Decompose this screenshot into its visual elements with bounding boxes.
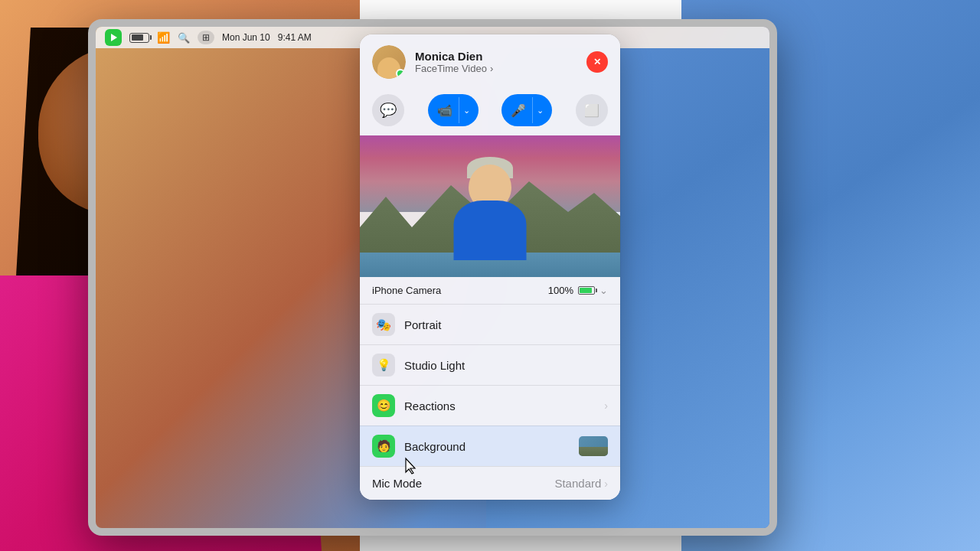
- camera-info-row: iPhone Camera 100% ⌄: [360, 277, 620, 304]
- portrait-label: Portrait: [404, 318, 608, 331]
- control-center-icon[interactable]: ⊞: [198, 31, 214, 44]
- mic-chevron-icon: ⌄: [537, 106, 544, 116]
- call-panel: Monica Dien FaceTime Video › 💬 📹 ⌄: [360, 34, 620, 500]
- facetime-menu-icon: [105, 29, 122, 46]
- call-type-chevron: ›: [490, 63, 493, 74]
- caller-name: Monica Dien: [415, 50, 577, 63]
- background-thumb-mountains: [579, 447, 608, 456]
- mic-mode-chevron: ›: [604, 478, 608, 490]
- battery-small-fill: [580, 288, 592, 293]
- background-icon: 🧑: [372, 435, 395, 458]
- mic-mode-value-container[interactable]: Standard ›: [554, 477, 608, 490]
- share-screen-icon: ⬜: [584, 103, 599, 118]
- camera-label: iPhone Camera: [372, 285, 441, 296]
- video-button-group[interactable]: 📹 ⌄: [428, 94, 479, 126]
- camera-battery-info[interactable]: 100% ⌄: [548, 285, 608, 296]
- message-button[interactable]: 💬: [372, 94, 404, 126]
- camera-chevron-down[interactable]: ⌄: [599, 285, 608, 296]
- call-type[interactable]: FaceTime Video ›: [415, 63, 577, 74]
- video-icon: 📹: [437, 103, 452, 118]
- reactions-label: Reactions: [404, 399, 595, 412]
- menu-items-list: 🎭 Portrait 💡 Studio Light 😊 Reactions › …: [360, 304, 620, 466]
- video-button[interactable]: 📹: [433, 97, 457, 123]
- close-button[interactable]: [586, 51, 608, 73]
- menu-bar-time: 9:41 AM: [278, 32, 312, 43]
- mic-mode-label: Mic Mode: [372, 477, 422, 490]
- battery-small-icon: [578, 286, 595, 295]
- video-preview: [360, 135, 620, 277]
- call-type-label: FaceTime Video: [415, 63, 487, 74]
- mic-mode-row[interactable]: Mic Mode Standard ›: [360, 466, 620, 500]
- video-chevron-icon: ⌄: [463, 106, 470, 116]
- mic-dropdown-chevron[interactable]: ⌄: [532, 97, 547, 123]
- background-label: Background: [404, 440, 570, 453]
- studio-light-label: Studio Light: [404, 359, 608, 372]
- battery-icon: [129, 33, 149, 43]
- background-menu-item[interactable]: 🧑 Background: [360, 425, 620, 466]
- battery-container: [129, 33, 149, 43]
- message-icon: 💬: [380, 102, 397, 119]
- portrait-icon: 🎭: [372, 313, 395, 336]
- reactions-menu-item[interactable]: 😊 Reactions ›: [360, 385, 620, 425]
- battery-small-tip: [596, 289, 597, 292]
- spotlight-icon: 🔍: [178, 32, 190, 44]
- mic-button-group[interactable]: 🎤 ⌄: [501, 94, 552, 126]
- wifi-icon: 📶: [157, 31, 170, 44]
- menu-bar-datetime: Mon Jun 10: [222, 32, 270, 43]
- controls-row: 💬 📹 ⌄ 🎤 ⌄ ⬜: [360, 88, 620, 135]
- studio-light-menu-item[interactable]: 💡 Studio Light: [360, 344, 620, 385]
- panel-header: Monica Dien FaceTime Video ›: [360, 34, 620, 88]
- online-indicator: [396, 69, 405, 78]
- share-screen-button[interactable]: ⬜: [576, 94, 608, 126]
- reactions-chevron: ›: [604, 399, 608, 412]
- studio-light-icon: 💡: [372, 354, 395, 377]
- mic-mode-value: Standard: [554, 477, 601, 490]
- mic-button[interactable]: 🎤: [506, 97, 531, 123]
- battery-tip: [150, 35, 152, 40]
- caller-info: Monica Dien FaceTime Video ›: [415, 50, 577, 74]
- video-person: [448, 157, 532, 260]
- caller-avatar: [372, 45, 406, 79]
- video-dropdown-chevron[interactable]: ⌄: [459, 97, 474, 123]
- mic-icon: 🎤: [511, 103, 526, 118]
- battery-fill: [132, 34, 144, 41]
- play-triangle: [111, 34, 117, 41]
- video-person-body: [454, 201, 527, 260]
- portrait-menu-item[interactable]: 🎭 Portrait: [360, 304, 620, 344]
- reactions-icon: 😊: [372, 394, 395, 417]
- background-thumb: [579, 436, 608, 456]
- battery-percent: 100%: [548, 285, 573, 296]
